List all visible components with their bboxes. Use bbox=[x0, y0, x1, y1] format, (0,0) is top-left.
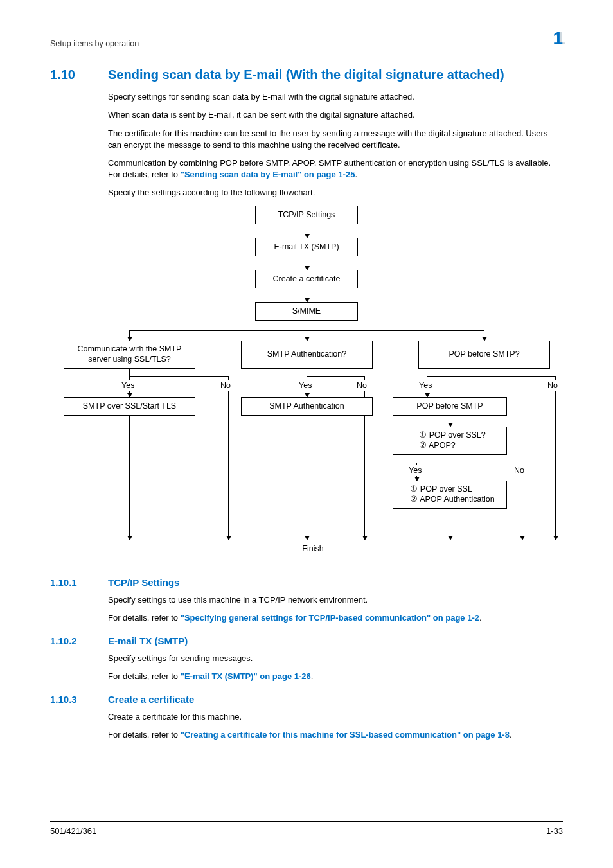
flow-q-popssl: ① POP over SSL? ② APOP? bbox=[393, 427, 507, 455]
flow-emailtx: E-mail TX (SMTP) bbox=[255, 238, 358, 257]
section-number: 1.10 bbox=[50, 66, 91, 84]
sub2-para1: Specify settings for sending messages. bbox=[50, 653, 563, 664]
sub1-heading: 1.10.1 TCP/IP Settings bbox=[50, 576, 563, 589]
link-sending-scan-email[interactable]: "Sending scan data by E-mail" on page 1-… bbox=[181, 170, 355, 179]
label-no: No bbox=[513, 465, 526, 477]
flow-q-smtpauth: SMTP Authentication? bbox=[241, 341, 373, 369]
label-yes: Yes bbox=[298, 380, 313, 392]
chapter-badge: 1 bbox=[553, 26, 563, 51]
link-tcpip-settings[interactable]: "Specifying general settings for TCP/IP-… bbox=[181, 613, 479, 623]
link-create-certificate[interactable]: "Creating a certificate for this machine… bbox=[181, 730, 510, 740]
flow-smime: S/MIME bbox=[255, 302, 358, 321]
sub2-heading: 1.10.2 E-mail TX (SMTP) bbox=[50, 634, 563, 648]
sub3-heading: 1.10.3 Create a certificate bbox=[50, 693, 563, 706]
para-5: Specify the settings according to the fo… bbox=[50, 187, 563, 199]
sub3-para1: Create a certificate for this machine. bbox=[50, 711, 563, 723]
label-no: No bbox=[219, 380, 232, 392]
flow-a-ssl: SMTP over SSL/Start TLS bbox=[64, 397, 195, 416]
para-1: Specify settings for sending scan data b… bbox=[50, 91, 563, 103]
page-footer: 501/421/361 1-33 bbox=[50, 821, 563, 837]
section-heading: 1.10 Sending scan data by E-mail (With t… bbox=[50, 66, 563, 84]
label-yes: Yes bbox=[120, 380, 136, 392]
sub1-para2: For details, refer to "Specifying genera… bbox=[50, 612, 563, 624]
link-email-tx-smtp[interactable]: "E-mail TX (SMTP)" on page 1-26 bbox=[181, 671, 311, 681]
label-no: No bbox=[546, 380, 559, 392]
para-4: Communication by combining POP before SM… bbox=[50, 157, 563, 181]
flow-q-pop: POP before SMTP? bbox=[418, 341, 550, 369]
flow-createcert: Create a certificate bbox=[255, 270, 358, 289]
flow-a-pop: POP before SMTP bbox=[393, 397, 507, 416]
flow-tcpip: TCP/IP Settings bbox=[255, 206, 358, 225]
sub3-para2: For details, refer to "Creating a certif… bbox=[50, 729, 563, 741]
sub1-para1: Specify settings to use this machine in … bbox=[50, 594, 563, 606]
label-yes: Yes bbox=[407, 465, 423, 477]
para-2: When scan data is sent by E-mail, it can… bbox=[50, 109, 563, 121]
breadcrumb: Setup items by operation bbox=[50, 39, 139, 50]
flow-a-smtpauth: SMTP Authentication bbox=[241, 397, 373, 416]
para-3: The certificate for this machine can be … bbox=[50, 128, 563, 151]
flow-finish: Finish bbox=[64, 540, 562, 559]
sub2-para2: For details, refer to "E-mail TX (SMTP)"… bbox=[50, 671, 563, 682]
footer-left: 501/421/361 bbox=[50, 826, 96, 837]
section-title-text: Sending scan data by E-mail (With the di… bbox=[108, 66, 504, 84]
label-no: No bbox=[355, 380, 368, 392]
flow-a-popssl: ① POP over SSL ② APOP Authentication bbox=[393, 481, 507, 509]
footer-right: 1-33 bbox=[546, 826, 563, 837]
label-yes: Yes bbox=[418, 380, 433, 392]
flowchart: TCP/IP Settings E-mail TX (SMTP) Create … bbox=[51, 206, 562, 565]
flow-q-ssl: Communicate with the SMTP server using S… bbox=[64, 341, 195, 369]
